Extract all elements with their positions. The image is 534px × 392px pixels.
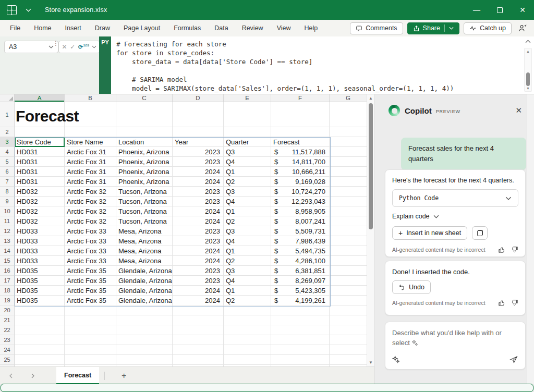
cell-D19[interactable]: 2024 xyxy=(173,296,224,305)
formula-scrollbar-thumb[interactable] xyxy=(526,72,530,86)
maximize-button[interactable] xyxy=(488,0,511,20)
cell-D8[interactable]: 2023 xyxy=(173,187,224,197)
cell-B25[interactable] xyxy=(65,355,116,365)
cell-F6[interactable]: $10,666,211 xyxy=(271,167,330,177)
cell-A13[interactable]: HD033 xyxy=(15,236,65,246)
cell-G21[interactable] xyxy=(330,315,367,325)
cell-F5[interactable]: $14,811,700 xyxy=(271,157,330,167)
sparkle-prompt-icon[interactable] xyxy=(392,356,400,363)
row-header-10[interactable]: 10 xyxy=(0,206,15,216)
cell-B16[interactable]: Arctic Fox 35 xyxy=(65,266,116,276)
row-header-25[interactable]: 25 xyxy=(0,355,15,365)
cell-C3[interactable]: Location xyxy=(116,137,173,147)
ribbon-tab-file[interactable]: File xyxy=(3,20,27,36)
cell-C21[interactable] xyxy=(116,315,173,325)
cell-G19[interactable] xyxy=(330,296,367,305)
cell-B6[interactable]: Arctic Fox 31 xyxy=(65,167,116,177)
document-title[interactable]: Store expansion.xlsx xyxy=(45,6,107,14)
column-header-E[interactable]: E xyxy=(224,94,271,102)
python-code-dropdown[interactable]: Python Code xyxy=(392,189,518,207)
cell-G5[interactable] xyxy=(330,157,367,167)
cell-F25[interactable] xyxy=(271,355,330,365)
cell-A18[interactable]: HD035 xyxy=(15,286,65,296)
selected-cell-A3[interactable]: Store Code xyxy=(15,137,65,147)
cell-G20[interactable] xyxy=(330,305,367,315)
cell-F20[interactable] xyxy=(271,305,330,315)
cell-A14[interactable]: HD033 xyxy=(15,246,65,256)
cell-F21[interactable] xyxy=(271,315,330,325)
cell-A7[interactable]: HD031 xyxy=(15,177,65,187)
cell-B22[interactable] xyxy=(65,325,116,335)
cell-E12[interactable]: Q3 xyxy=(224,226,271,236)
cell-E11[interactable]: Q2 xyxy=(224,216,271,226)
cell-D3[interactable]: Year xyxy=(173,137,224,147)
cell-B14[interactable]: Arctic Fox 33 xyxy=(65,246,116,256)
comments-button[interactable]: Comments xyxy=(350,22,403,34)
cell-B9[interactable]: Arctic Fox 32 xyxy=(65,197,116,206)
row-header-4[interactable]: 4 xyxy=(0,147,15,157)
cell-A15[interactable]: HD033 xyxy=(15,256,65,266)
cell-G22[interactable] xyxy=(330,325,367,335)
cell-A1[interactable]: Forecast xyxy=(15,102,65,127)
cell-B20[interactable] xyxy=(65,305,116,315)
row-header-13[interactable]: 13 xyxy=(0,236,15,246)
ribbon-tab-review[interactable]: Review xyxy=(235,20,270,36)
cell-F24[interactable] xyxy=(271,345,330,355)
cell-A22[interactable] xyxy=(15,325,65,335)
cell-E10[interactable]: Q1 xyxy=(224,206,271,216)
formula-actions-chevron-icon[interactable] xyxy=(92,45,96,48)
cell-D15[interactable]: 2024 xyxy=(173,256,224,266)
row-header-22[interactable]: 22 xyxy=(0,325,15,335)
python-output-as-values-icon[interactable]: ⟳123 xyxy=(78,43,89,51)
cell-A4[interactable]: HD031 xyxy=(15,147,65,157)
row-header-11[interactable]: 11 xyxy=(0,216,15,226)
cell-D21[interactable] xyxy=(173,315,224,325)
cell-D23[interactable] xyxy=(173,335,224,345)
cell-D18[interactable]: 2024 xyxy=(173,286,224,296)
cell-G17[interactable] xyxy=(330,276,367,286)
cell-D16[interactable]: 2023 xyxy=(173,266,224,276)
cell-D14[interactable]: 2024 xyxy=(173,246,224,256)
cell-B3[interactable]: Store Name xyxy=(65,137,116,147)
excel-logo-icon[interactable] xyxy=(7,5,17,15)
cell-A9[interactable]: HD032 xyxy=(15,197,65,206)
grid-scroll-up-icon[interactable]: ▲ xyxy=(367,96,374,101)
ribbon-tab-data[interactable]: Data xyxy=(208,20,235,36)
cell-G2[interactable] xyxy=(330,127,367,137)
grid-scroll-down-icon[interactable]: ▼ xyxy=(367,360,374,365)
row-header-15[interactable]: 15 xyxy=(0,256,15,266)
cell-A23[interactable] xyxy=(15,335,65,345)
cell-B4[interactable]: Arctic Fox 31 xyxy=(65,147,116,157)
cell-F15[interactable]: $4,286,100 xyxy=(271,256,330,266)
cell-G9[interactable] xyxy=(330,197,367,206)
cell-C13[interactable]: Mesa, Arizona xyxy=(116,236,173,246)
cell-F2[interactable] xyxy=(271,127,330,137)
cell-E13[interactable]: Q4 xyxy=(224,236,271,246)
row-header-1[interactable]: 1 xyxy=(0,102,15,127)
cell-B8[interactable]: Arctic Fox 32 xyxy=(65,187,116,197)
grid-vertical-scrollbar[interactable]: ▲ ▼ xyxy=(367,94,374,366)
cell-F12[interactable]: $5,509,731 xyxy=(271,226,330,236)
cell-G13[interactable] xyxy=(330,236,367,246)
cell-D9[interactable]: 2023 xyxy=(173,197,224,206)
cell-E25[interactable] xyxy=(224,355,271,365)
cell-G14[interactable] xyxy=(330,246,367,256)
formula-bar-scrollbar[interactable]: ▲ ▼ xyxy=(524,48,532,92)
cell-A12[interactable]: HD033 xyxy=(15,226,65,236)
column-header-C[interactable]: C xyxy=(116,94,173,102)
cell-E21[interactable] xyxy=(224,315,271,325)
cell-C6[interactable]: Phoenix, Arizona xyxy=(116,167,173,177)
minimize-button[interactable]: — xyxy=(465,0,488,20)
autosave-chevron-icon[interactable] xyxy=(26,8,31,12)
copy-code-button[interactable] xyxy=(472,226,488,240)
row-header-19[interactable]: 19 xyxy=(0,296,15,305)
python-formula-editor[interactable]: PY # Forecasting for each store for stor… xyxy=(99,36,534,94)
cell-A20[interactable] xyxy=(15,305,65,315)
cell-B17[interactable]: Arctic Fox 35 xyxy=(65,276,116,286)
ribbon-tab-view[interactable]: View xyxy=(270,20,298,36)
insert-in-new-sheet-button[interactable]: + Insert in new sheet xyxy=(392,226,467,240)
cell-D5[interactable]: 2023 xyxy=(173,157,224,167)
row-header-7[interactable]: 7 xyxy=(0,177,15,187)
thumbs-up-icon-2[interactable] xyxy=(498,299,505,307)
cell-A21[interactable] xyxy=(15,315,65,325)
